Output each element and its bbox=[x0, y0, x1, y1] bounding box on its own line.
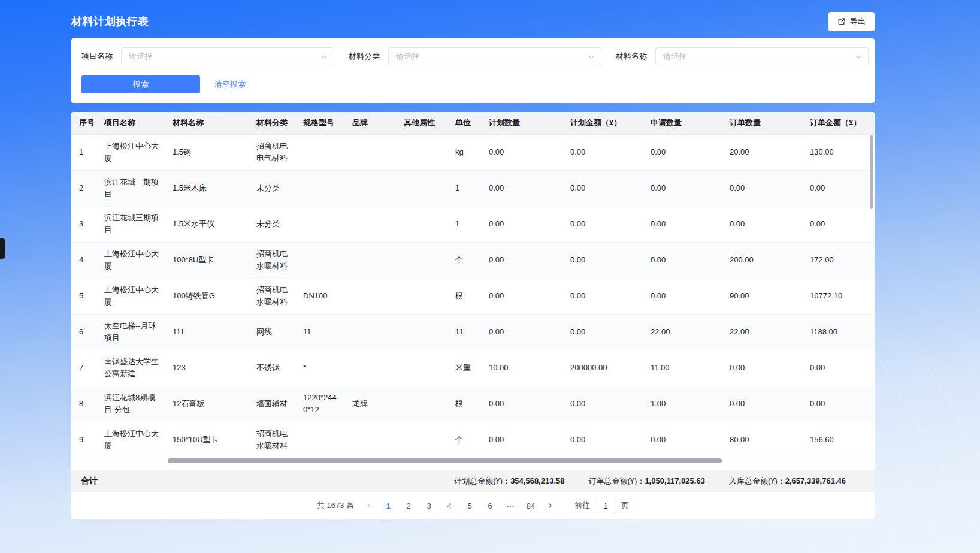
prev-page-button[interactable] bbox=[360, 497, 378, 514]
chevron-left-icon bbox=[365, 502, 373, 509]
table-row[interactable]: 3滨江花城三期项目1.5米水平仪未分类10.000.000.000.000.00 bbox=[71, 206, 875, 242]
table-row[interactable]: 6太空电梯--月球项目111网线11110.000.0022.0022.0011… bbox=[71, 314, 875, 350]
cell: 滨江花城8期项目-分包 bbox=[98, 386, 167, 422]
cell: * bbox=[297, 350, 346, 386]
summary-total-label: 合计 bbox=[81, 476, 98, 486]
cell: 0.00 bbox=[724, 170, 804, 206]
project-name-select[interactable]: 请选择 bbox=[121, 47, 334, 65]
cell: 根 bbox=[449, 386, 483, 422]
page-button[interactable]: 3 bbox=[419, 497, 439, 514]
material-name-select[interactable]: 请选择 bbox=[655, 47, 869, 65]
cell: 墙面辅材 bbox=[250, 386, 297, 422]
cell bbox=[398, 242, 449, 278]
cell: 2 bbox=[71, 170, 98, 206]
cell: 上海松江中心大厦 bbox=[98, 134, 167, 170]
column-header: 规格型号 bbox=[297, 112, 346, 134]
cell: 招商机电水暖材料 bbox=[250, 242, 297, 278]
cell: kg bbox=[449, 134, 483, 170]
material-category-select[interactable]: 请选择 bbox=[388, 47, 601, 65]
cell: 0.00 bbox=[645, 278, 724, 314]
column-header: 材料分类 bbox=[250, 112, 297, 134]
table-row[interactable]: 7南钢盛达大学生公寓新建123不锈钢*米重10.00200000.0011.00… bbox=[71, 350, 875, 386]
cell: 22.00 bbox=[645, 314, 724, 350]
cell: 1.00 bbox=[645, 386, 724, 422]
cell: 80.00 bbox=[724, 422, 804, 458]
cell bbox=[346, 422, 398, 458]
select-placeholder: 请选择 bbox=[129, 51, 152, 62]
next-page-button[interactable] bbox=[541, 497, 559, 514]
select-placeholder: 请选择 bbox=[396, 51, 419, 62]
table-row[interactable]: 4上海松江中心大厦100*8U型卡招商机电水暖材料个0.000.000.0020… bbox=[71, 242, 875, 278]
cell: 未分类 bbox=[250, 206, 297, 242]
cell: 0.00 bbox=[804, 206, 875, 242]
select-placeholder: 请选择 bbox=[663, 51, 686, 62]
goto-unit: 页 bbox=[621, 500, 629, 511]
inbound-total-label: 入库总金额(¥)： bbox=[729, 476, 785, 485]
clear-search-button[interactable]: 清空搜索 bbox=[214, 79, 246, 90]
cell: 太空电梯--月球项目 bbox=[98, 314, 167, 350]
plan-total-label: 计划总金额(¥)： bbox=[454, 476, 510, 485]
vertical-scrollbar-thumb[interactable] bbox=[870, 135, 873, 209]
cell bbox=[346, 170, 398, 206]
table-row[interactable]: 9上海松江中心大厦150*10U型卡招商机电水暖材料个0.000.000.008… bbox=[71, 422, 875, 458]
export-icon bbox=[837, 17, 846, 26]
cell: 龙牌 bbox=[346, 386, 398, 422]
column-header: 单位 bbox=[449, 112, 483, 134]
export-button[interactable]: 导出 bbox=[828, 12, 875, 31]
cell: 0.00 bbox=[724, 350, 804, 386]
table-row[interactable]: 8滨江花城8期项目-分包12石膏板墙面辅材1220*2440*12龙牌根0.00… bbox=[71, 386, 875, 422]
cell: 90.00 bbox=[724, 278, 804, 314]
cell: 200.00 bbox=[724, 242, 804, 278]
table-row[interactable]: 1上海松江中心大厦1.5钢招商机电电气材料kg0.000.000.0020.00… bbox=[71, 134, 875, 170]
cell: 0.00 bbox=[724, 206, 804, 242]
column-header: 订单数量 bbox=[724, 112, 804, 134]
page-button[interactable]: 6 bbox=[480, 497, 500, 514]
search-button[interactable]: 搜索 bbox=[81, 75, 200, 93]
filter-row: 项目名称 请选择 材料分类 请选择 材料名称 请选择 bbox=[81, 47, 864, 65]
cell bbox=[346, 134, 398, 170]
cell: 招商机电水暖材料 bbox=[250, 278, 297, 314]
cell: 网线 bbox=[250, 314, 297, 350]
chevron-down-icon bbox=[320, 53, 328, 61]
horizontal-scrollbar-thumb[interactable] bbox=[168, 458, 722, 463]
chevron-down-icon bbox=[588, 53, 595, 61]
page-button[interactable]: 4 bbox=[439, 497, 459, 514]
cell: 滨江花城三期项目 bbox=[98, 206, 167, 242]
cell: 米重 bbox=[449, 350, 483, 386]
inbound-total-value: 2,657,339,761.46 bbox=[785, 476, 846, 485]
cell: 0.00 bbox=[564, 206, 645, 242]
cell: 1 bbox=[71, 134, 98, 170]
table-row[interactable]: 2滨江花城三期项目1.5米木床未分类10.000.000.000.000.00 bbox=[71, 170, 875, 206]
pagination: 共 1673 条 123456 ··· 84 前往 页 bbox=[71, 492, 875, 519]
cell: 11 bbox=[449, 314, 483, 350]
cell: 130.00 bbox=[804, 134, 875, 170]
cell: 22.00 bbox=[724, 314, 804, 350]
material-name-label: 材料名称 bbox=[616, 51, 647, 62]
material-category-label: 材料分类 bbox=[349, 51, 380, 62]
column-header: 订单金额（¥） bbox=[804, 112, 875, 134]
cell: 0.00 bbox=[483, 134, 564, 170]
drawer-handle[interactable] bbox=[0, 238, 5, 259]
cell: 11 bbox=[297, 314, 346, 350]
cell: 0.00 bbox=[564, 170, 645, 206]
page-button[interactable]: 2 bbox=[398, 497, 419, 514]
cell: 1188.00 bbox=[804, 314, 875, 350]
cell bbox=[398, 350, 449, 386]
cell: 0.00 bbox=[645, 170, 724, 206]
column-header: 材料名称 bbox=[167, 112, 250, 134]
cell: 未分类 bbox=[250, 170, 297, 206]
page-button-last[interactable]: 84 bbox=[521, 497, 541, 514]
page-ellipsis[interactable]: ··· bbox=[500, 497, 521, 514]
goto-page-input[interactable] bbox=[595, 498, 616, 513]
page-button[interactable]: 1 bbox=[378, 497, 398, 514]
cell: 0.00 bbox=[645, 422, 724, 458]
order-total-value: 1,050,117,025.63 bbox=[645, 476, 705, 485]
cell: 招商机电水暖材料 bbox=[250, 422, 297, 458]
table-row[interactable]: 5上海松江中心大厦100铸铁管G招商机电水暖材料DN100根0.000.000.… bbox=[71, 278, 875, 314]
cell: 滨江花城三期项目 bbox=[98, 170, 167, 206]
cell: 1 bbox=[449, 170, 483, 206]
page-button[interactable]: 5 bbox=[459, 497, 480, 514]
cell bbox=[398, 206, 449, 242]
cell: 12石膏板 bbox=[167, 386, 250, 422]
column-header: 申请数量 bbox=[645, 112, 724, 134]
